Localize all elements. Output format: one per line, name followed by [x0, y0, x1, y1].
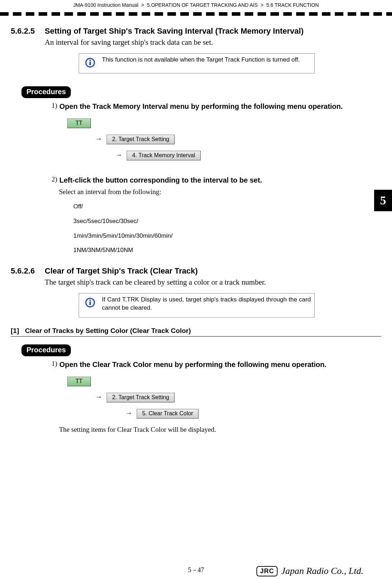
- section-title: Clear of Target Ship's Track (Clear Trac…: [45, 266, 371, 276]
- procedures-label: Procedures: [21, 344, 71, 356]
- manual-name: JMA-9100 Instruction Manual: [73, 2, 138, 8]
- step-title: Left-click the button corresponding to t…: [59, 175, 371, 185]
- page-number: 5－47: [188, 566, 204, 574]
- info-text: If Card T.TRK Display is used, target sh…: [102, 296, 311, 312]
- step-number: 2): [45, 175, 59, 185]
- step-title: Open the Clear Track Color menu by perfo…: [59, 360, 371, 369]
- section-name: 5.6 TRACK FUNCTION: [266, 2, 319, 8]
- menu-button-track-memory-interval[interactable]: 4. Track Memory Interval: [127, 151, 200, 160]
- info-box: This function is not available when the …: [79, 53, 315, 73]
- chapter-name: 5.OPERATION OF TARGET TRACKING AND AIS: [147, 2, 258, 8]
- step-number: 1): [45, 360, 59, 369]
- arrow-icon: →: [115, 151, 122, 159]
- jrc-logo: JRC: [256, 566, 278, 576]
- option-line: 1NM/3NM/5NM/10NM: [73, 243, 371, 258]
- section-body: The target ship's track can be cleared b…: [45, 278, 371, 287]
- separator-dashed: [0, 12, 392, 16]
- menu-button-clear-track-color[interactable]: 5. Clear Track Color: [137, 409, 198, 419]
- option-line: 1min/3min/5min/10min/30min/60min/: [73, 229, 371, 243]
- menu-button-tt[interactable]: TT: [67, 119, 91, 128]
- menu-button-tt[interactable]: TT: [67, 377, 91, 386]
- info-text: This function is not available when the …: [102, 56, 300, 64]
- subsection-heading: [1] Clear of Tracks by Setting Color (Cl…: [11, 327, 381, 337]
- section-body: An interval for saving target ship's tra…: [45, 38, 371, 47]
- option-line: Off/: [73, 199, 371, 214]
- menu-button-target-track-setting[interactable]: 2. Target Track Setting: [107, 393, 175, 402]
- step-body: Select an interval from the following:: [59, 188, 371, 196]
- procedures-label: Procedures: [21, 86, 71, 98]
- step-number: 1): [45, 102, 59, 111]
- subsection-number: [1]: [11, 327, 25, 335]
- svg-rect-1: [89, 62, 91, 65]
- info-box: If Card T.TRK Display is used, target sh…: [79, 293, 315, 318]
- info-icon: [85, 57, 95, 68]
- svg-rect-4: [89, 301, 91, 305]
- svg-rect-5: [89, 300, 91, 301]
- breadcrumb-separator: >: [261, 2, 264, 8]
- arrow-icon: →: [95, 135, 102, 143]
- menu-button-target-track-setting[interactable]: 2. Target Track Setting: [107, 135, 175, 144]
- section-title: Setting of Target Ship's Track Saving In…: [45, 26, 371, 36]
- section-number: 5.6.2.5: [11, 26, 45, 36]
- option-line: 3sec/5sec/10sec/30sec/: [73, 214, 371, 229]
- breadcrumb: JMA-9100 Instruction Manual > 5.OPERATIO…: [0, 0, 392, 8]
- arrow-icon: →: [125, 409, 132, 417]
- chapter-thumb-tab: 5: [374, 190, 392, 211]
- breadcrumb-separator: >: [141, 2, 144, 8]
- info-icon: [85, 297, 95, 308]
- subsection-title: Clear of Tracks by Setting Color (Clear …: [25, 327, 191, 335]
- step-title: Open the Track Memory Interval menu by p…: [59, 102, 371, 111]
- section-number: 5.6.2.6: [11, 266, 45, 276]
- svg-rect-2: [89, 60, 91, 61]
- step-after: The setting items for Clear Track Color …: [59, 426, 371, 434]
- brand-name: Japan Radio Co., Ltd.: [281, 566, 363, 576]
- arrow-icon: →: [95, 393, 102, 401]
- brand-footer: JRC Japan Radio Co., Ltd.: [256, 566, 363, 576]
- interval-options: Off/ 3sec/5sec/10sec/30sec/ 1min/3min/5m…: [73, 199, 371, 258]
